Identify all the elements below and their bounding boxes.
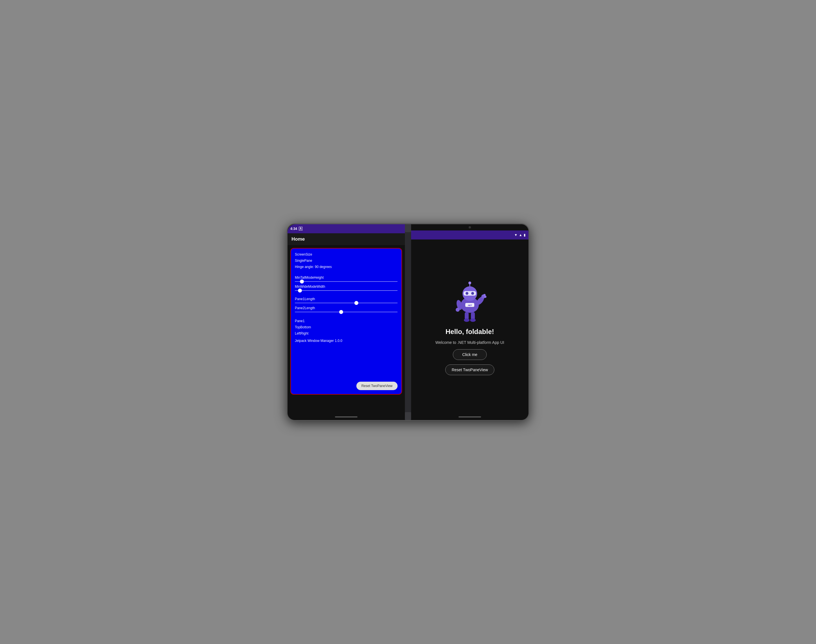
hinge (405, 224, 411, 420)
pane2-length-label: Pane2Length (295, 306, 397, 310)
pane2-length-slider-row (295, 312, 397, 312)
hinge-cap-bottom (405, 412, 411, 420)
svg-point-3 (468, 282, 471, 284)
home-bar-right (411, 414, 529, 420)
app-title: Home (291, 236, 305, 242)
welcome-text: Welcome to .NET Multi-platform App UI (436, 340, 504, 345)
signal-icon: ▲ (519, 233, 522, 237)
min-tall-slider-thumb[interactable] (300, 279, 304, 284)
battery-icon: ▮ (524, 233, 526, 237)
svg-point-6 (471, 292, 474, 295)
status-time: 4:34 (290, 227, 297, 231)
robot-illustration: .NET (450, 278, 489, 323)
screen-size-label: ScreenSize (295, 252, 397, 257)
svg-point-5 (466, 292, 468, 295)
pane1-box: ScreenSize SinglePane Hinge angle: 90 de… (290, 248, 402, 395)
click-me-button[interactable]: Click me (453, 349, 487, 360)
min-wide-slider-row (295, 290, 397, 291)
right-content: .NET Hello, foldable! Welcome to .NET Mu… (411, 239, 529, 414)
home-indicator-left (335, 416, 357, 417)
svg-point-17 (464, 319, 469, 322)
pane1-length-slider-thumb[interactable] (354, 301, 358, 305)
accessibility-icon: A (299, 227, 302, 230)
svg-point-14 (484, 296, 486, 298)
svg-text:.NET: .NET (468, 304, 472, 306)
status-bar-left: 4:34 A (287, 224, 405, 233)
version-label: Jetpack Window Manager 1.0.0 (295, 339, 397, 343)
min-wide-label: MinWideModeWidth (295, 285, 397, 288)
pane1-length-slider-track[interactable] (295, 303, 397, 303)
hinge-angle-label: Hinge angle: 90 degrees (295, 264, 397, 269)
hinge-cap-top (405, 224, 411, 232)
left-right-label: LeftRight (295, 331, 397, 336)
status-bar-left-content: 4:34 A (290, 227, 302, 231)
reset-twopaneview-button-right[interactable]: Reset TwoPaneView (445, 365, 495, 375)
min-tall-slider-row (295, 281, 397, 282)
pane-left: 4:34 A Home ScreenSize SinglePane Hinge … (287, 224, 405, 420)
single-pane-label: SinglePane (295, 258, 397, 263)
min-wide-slider-track[interactable] (295, 290, 397, 291)
home-bar-left (287, 414, 405, 420)
svg-point-10 (456, 308, 460, 312)
status-icons-right: ▼ ▲ ▮ (514, 233, 526, 237)
svg-rect-4 (463, 291, 476, 296)
min-wide-slider-thumb[interactable] (298, 288, 302, 293)
home-indicator-right (459, 416, 481, 417)
pane1-length-slider-row (295, 303, 397, 303)
app-bar: Home (287, 233, 405, 245)
hello-foldable-text: Hello, foldable! (446, 328, 494, 336)
pane2-length-slider-track[interactable] (295, 312, 397, 312)
top-bottom-label: TopBottom (295, 325, 397, 329)
wifi-icon: ▼ (514, 233, 517, 237)
left-content: ScreenSize SinglePane Hinge angle: 90 de… (287, 245, 405, 414)
device-wrapper: 4:34 A Home ScreenSize SinglePane Hinge … (287, 224, 529, 421)
status-bar-right: ▼ ▲ ▮ (411, 230, 529, 239)
pane1-label: Pane1 (295, 319, 397, 323)
pane2-length-slider-thumb[interactable] (339, 310, 343, 314)
min-tall-slider-track[interactable] (295, 281, 397, 282)
reset-twopaneview-button-left[interactable]: Reset TwoPaneView (356, 382, 397, 390)
pane1-length-label: Pane1Length (295, 297, 397, 301)
camera-dot (469, 226, 471, 228)
pane-right: ▼ ▲ ▮ .NET (411, 224, 529, 420)
camera-bar (411, 224, 529, 230)
min-tall-label: MinTallModeHeight (295, 276, 397, 279)
svg-point-18 (470, 319, 476, 322)
